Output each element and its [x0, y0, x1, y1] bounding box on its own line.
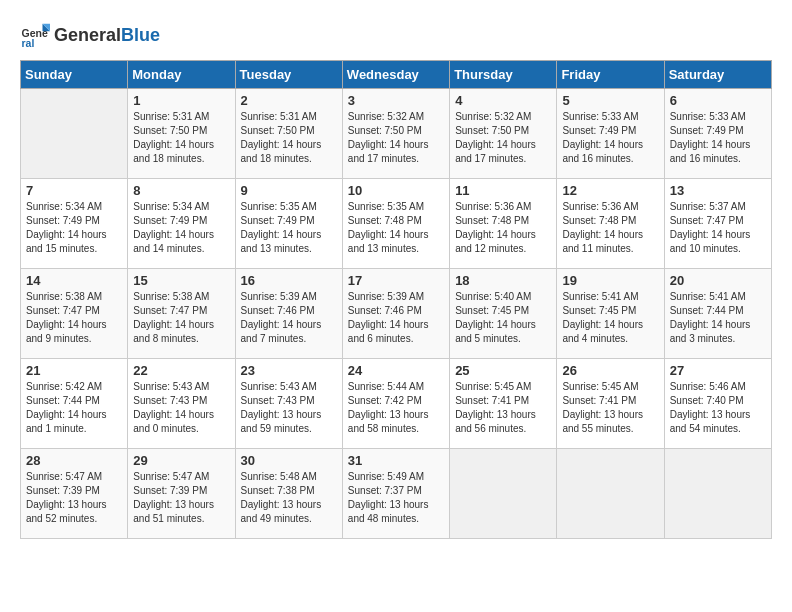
- day-number: 2: [241, 93, 337, 108]
- calendar-cell: 7Sunrise: 5:34 AM Sunset: 7:49 PM Daylig…: [21, 179, 128, 269]
- weekday-header: Sunday: [21, 61, 128, 89]
- logo-general: General: [54, 25, 121, 45]
- calendar-week-row: 21Sunrise: 5:42 AM Sunset: 7:44 PM Dayli…: [21, 359, 772, 449]
- calendar-cell: 22Sunrise: 5:43 AM Sunset: 7:43 PM Dayli…: [128, 359, 235, 449]
- cell-info: Sunrise: 5:48 AM Sunset: 7:38 PM Dayligh…: [241, 470, 337, 526]
- day-number: 9: [241, 183, 337, 198]
- calendar-week-row: 7Sunrise: 5:34 AM Sunset: 7:49 PM Daylig…: [21, 179, 772, 269]
- day-number: 27: [670, 363, 766, 378]
- calendar-cell: 11Sunrise: 5:36 AM Sunset: 7:48 PM Dayli…: [450, 179, 557, 269]
- calendar-cell: 6Sunrise: 5:33 AM Sunset: 7:49 PM Daylig…: [664, 89, 771, 179]
- cell-info: Sunrise: 5:38 AM Sunset: 7:47 PM Dayligh…: [26, 290, 122, 346]
- day-number: 18: [455, 273, 551, 288]
- cell-info: Sunrise: 5:41 AM Sunset: 7:44 PM Dayligh…: [670, 290, 766, 346]
- cell-info: Sunrise: 5:32 AM Sunset: 7:50 PM Dayligh…: [348, 110, 444, 166]
- cell-info: Sunrise: 5:42 AM Sunset: 7:44 PM Dayligh…: [26, 380, 122, 436]
- calendar-cell: [450, 449, 557, 539]
- calendar-cell: [664, 449, 771, 539]
- day-number: 19: [562, 273, 658, 288]
- day-number: 20: [670, 273, 766, 288]
- cell-info: Sunrise: 5:33 AM Sunset: 7:49 PM Dayligh…: [670, 110, 766, 166]
- calendar-cell: 23Sunrise: 5:43 AM Sunset: 7:43 PM Dayli…: [235, 359, 342, 449]
- svg-text:ral: ral: [22, 37, 35, 49]
- cell-info: Sunrise: 5:49 AM Sunset: 7:37 PM Dayligh…: [348, 470, 444, 526]
- cell-info: Sunrise: 5:44 AM Sunset: 7:42 PM Dayligh…: [348, 380, 444, 436]
- cell-info: Sunrise: 5:35 AM Sunset: 7:49 PM Dayligh…: [241, 200, 337, 256]
- cell-info: Sunrise: 5:35 AM Sunset: 7:48 PM Dayligh…: [348, 200, 444, 256]
- calendar-cell: 30Sunrise: 5:48 AM Sunset: 7:38 PM Dayli…: [235, 449, 342, 539]
- calendar-cell: 16Sunrise: 5:39 AM Sunset: 7:46 PM Dayli…: [235, 269, 342, 359]
- calendar-cell: 26Sunrise: 5:45 AM Sunset: 7:41 PM Dayli…: [557, 359, 664, 449]
- calendar-cell: 13Sunrise: 5:37 AM Sunset: 7:47 PM Dayli…: [664, 179, 771, 269]
- page-header: Gene ral GeneralBlue: [20, 20, 772, 50]
- day-number: 6: [670, 93, 766, 108]
- calendar-cell: 3Sunrise: 5:32 AM Sunset: 7:50 PM Daylig…: [342, 89, 449, 179]
- cell-info: Sunrise: 5:43 AM Sunset: 7:43 PM Dayligh…: [241, 380, 337, 436]
- cell-info: Sunrise: 5:36 AM Sunset: 7:48 PM Dayligh…: [455, 200, 551, 256]
- cell-info: Sunrise: 5:32 AM Sunset: 7:50 PM Dayligh…: [455, 110, 551, 166]
- calendar-cell: 10Sunrise: 5:35 AM Sunset: 7:48 PM Dayli…: [342, 179, 449, 269]
- day-number: 21: [26, 363, 122, 378]
- cell-info: Sunrise: 5:46 AM Sunset: 7:40 PM Dayligh…: [670, 380, 766, 436]
- calendar-cell: 17Sunrise: 5:39 AM Sunset: 7:46 PM Dayli…: [342, 269, 449, 359]
- day-number: 5: [562, 93, 658, 108]
- calendar-cell: 24Sunrise: 5:44 AM Sunset: 7:42 PM Dayli…: [342, 359, 449, 449]
- weekday-header: Tuesday: [235, 61, 342, 89]
- weekday-header: Wednesday: [342, 61, 449, 89]
- calendar-cell: 20Sunrise: 5:41 AM Sunset: 7:44 PM Dayli…: [664, 269, 771, 359]
- day-number: 17: [348, 273, 444, 288]
- day-number: 14: [26, 273, 122, 288]
- day-number: 1: [133, 93, 229, 108]
- cell-info: Sunrise: 5:34 AM Sunset: 7:49 PM Dayligh…: [26, 200, 122, 256]
- calendar-cell: 28Sunrise: 5:47 AM Sunset: 7:39 PM Dayli…: [21, 449, 128, 539]
- day-number: 30: [241, 453, 337, 468]
- weekday-header: Saturday: [664, 61, 771, 89]
- weekday-header: Thursday: [450, 61, 557, 89]
- day-number: 23: [241, 363, 337, 378]
- day-number: 4: [455, 93, 551, 108]
- cell-info: Sunrise: 5:47 AM Sunset: 7:39 PM Dayligh…: [133, 470, 229, 526]
- calendar-cell: 19Sunrise: 5:41 AM Sunset: 7:45 PM Dayli…: [557, 269, 664, 359]
- day-number: 3: [348, 93, 444, 108]
- calendar-header: SundayMondayTuesdayWednesdayThursdayFrid…: [21, 61, 772, 89]
- cell-info: Sunrise: 5:47 AM Sunset: 7:39 PM Dayligh…: [26, 470, 122, 526]
- calendar-cell: 4Sunrise: 5:32 AM Sunset: 7:50 PM Daylig…: [450, 89, 557, 179]
- cell-info: Sunrise: 5:39 AM Sunset: 7:46 PM Dayligh…: [241, 290, 337, 346]
- cell-info: Sunrise: 5:41 AM Sunset: 7:45 PM Dayligh…: [562, 290, 658, 346]
- calendar-cell: 27Sunrise: 5:46 AM Sunset: 7:40 PM Dayli…: [664, 359, 771, 449]
- calendar-cell: 29Sunrise: 5:47 AM Sunset: 7:39 PM Dayli…: [128, 449, 235, 539]
- day-number: 10: [348, 183, 444, 198]
- calendar-week-row: 28Sunrise: 5:47 AM Sunset: 7:39 PM Dayli…: [21, 449, 772, 539]
- day-number: 31: [348, 453, 444, 468]
- cell-info: Sunrise: 5:45 AM Sunset: 7:41 PM Dayligh…: [455, 380, 551, 436]
- calendar-cell: 5Sunrise: 5:33 AM Sunset: 7:49 PM Daylig…: [557, 89, 664, 179]
- day-number: 7: [26, 183, 122, 198]
- day-number: 29: [133, 453, 229, 468]
- day-number: 15: [133, 273, 229, 288]
- weekday-header: Friday: [557, 61, 664, 89]
- calendar-cell: 18Sunrise: 5:40 AM Sunset: 7:45 PM Dayli…: [450, 269, 557, 359]
- cell-info: Sunrise: 5:36 AM Sunset: 7:48 PM Dayligh…: [562, 200, 658, 256]
- calendar-cell: 9Sunrise: 5:35 AM Sunset: 7:49 PM Daylig…: [235, 179, 342, 269]
- cell-info: Sunrise: 5:34 AM Sunset: 7:49 PM Dayligh…: [133, 200, 229, 256]
- weekday-header: Monday: [128, 61, 235, 89]
- day-number: 28: [26, 453, 122, 468]
- calendar-cell: 2Sunrise: 5:31 AM Sunset: 7:50 PM Daylig…: [235, 89, 342, 179]
- calendar-table: SundayMondayTuesdayWednesdayThursdayFrid…: [20, 60, 772, 539]
- calendar-week-row: 14Sunrise: 5:38 AM Sunset: 7:47 PM Dayli…: [21, 269, 772, 359]
- calendar-cell: [557, 449, 664, 539]
- calendar-cell: 1Sunrise: 5:31 AM Sunset: 7:50 PM Daylig…: [128, 89, 235, 179]
- logo[interactable]: Gene ral GeneralBlue: [20, 20, 160, 50]
- cell-info: Sunrise: 5:31 AM Sunset: 7:50 PM Dayligh…: [133, 110, 229, 166]
- calendar-cell: 8Sunrise: 5:34 AM Sunset: 7:49 PM Daylig…: [128, 179, 235, 269]
- calendar-cell: 15Sunrise: 5:38 AM Sunset: 7:47 PM Dayli…: [128, 269, 235, 359]
- calendar-cell: 21Sunrise: 5:42 AM Sunset: 7:44 PM Dayli…: [21, 359, 128, 449]
- cell-info: Sunrise: 5:38 AM Sunset: 7:47 PM Dayligh…: [133, 290, 229, 346]
- cell-info: Sunrise: 5:40 AM Sunset: 7:45 PM Dayligh…: [455, 290, 551, 346]
- calendar-week-row: 1Sunrise: 5:31 AM Sunset: 7:50 PM Daylig…: [21, 89, 772, 179]
- day-number: 26: [562, 363, 658, 378]
- cell-info: Sunrise: 5:33 AM Sunset: 7:49 PM Dayligh…: [562, 110, 658, 166]
- calendar-cell: 14Sunrise: 5:38 AM Sunset: 7:47 PM Dayli…: [21, 269, 128, 359]
- day-number: 8: [133, 183, 229, 198]
- day-number: 11: [455, 183, 551, 198]
